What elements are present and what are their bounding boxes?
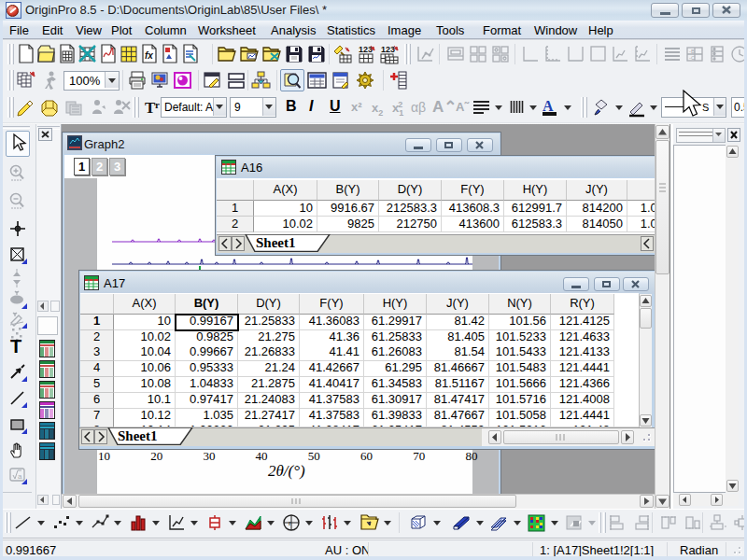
svg-text:fx: fx <box>145 50 153 61</box>
svg-text:-C: -C <box>689 55 696 61</box>
svg-text:-B: -B <box>689 49 695 54</box>
svg-text:A: A <box>543 98 554 114</box>
svg-text:r: r <box>155 99 160 110</box>
svg-text:a: a <box>18 472 22 481</box>
svg-text:123: 123 <box>381 45 395 54</box>
svg-text:r: r <box>289 519 291 527</box>
